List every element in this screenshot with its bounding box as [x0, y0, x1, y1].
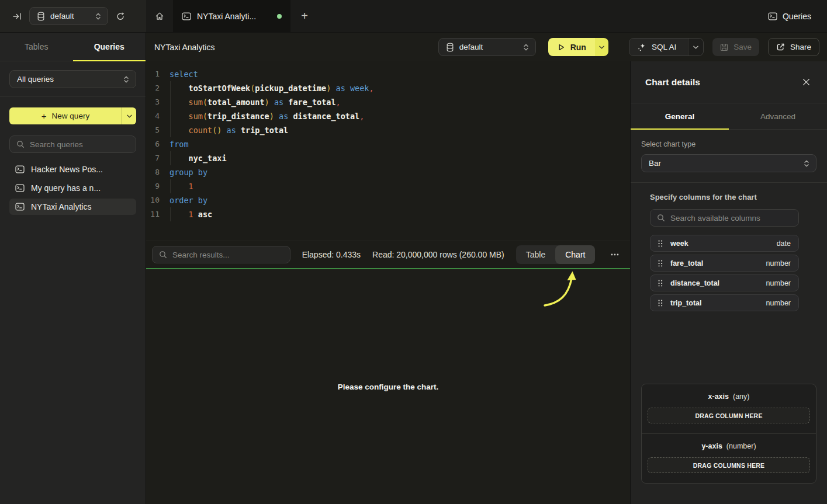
line-number: 8 [146, 165, 167, 179]
column-chip-week[interactable]: weekdate [650, 235, 799, 252]
code-line: 7 nyc_taxi [146, 151, 630, 165]
console-icon [15, 184, 25, 192]
elapsed-time: Elapsed: 0.433s [302, 250, 361, 259]
chart-details-panel: Chart details General Advanced Select ch… [630, 61, 827, 504]
x-axis-drop-zone[interactable]: DRAG COLUMN HERE [648, 408, 810, 423]
editor-split: 1select2 toStartOfWeek(pickup_datetime) … [146, 61, 827, 504]
search-icon [159, 251, 167, 259]
share-button[interactable]: Share [768, 38, 819, 56]
run-button-main[interactable]: Run [548, 38, 595, 56]
panel-tab-advanced[interactable]: Advanced [729, 103, 827, 129]
run-options-dropdown[interactable] [595, 38, 608, 56]
sql-ai-dropdown[interactable] [688, 39, 703, 55]
save-button[interactable]: Save [712, 38, 759, 56]
new-query-main[interactable]: + New query [9, 107, 122, 124]
query-tab-nytaxi-analytics[interactable]: NYTaxi Analyti... [173, 0, 290, 32]
chevron-down-icon [599, 46, 604, 49]
new-query-dropdown[interactable] [122, 107, 136, 124]
header-database-selector[interactable]: default [438, 38, 536, 56]
pin-sidebar-button[interactable] [12, 12, 22, 21]
y-axis-drop-zone[interactable]: DRAG COLUMNS HERE [648, 457, 810, 473]
code-line: 10order by [146, 193, 630, 207]
page-title: NYTaxi Analytics [154, 43, 214, 52]
code-text: order by [167, 193, 207, 207]
tab-tables[interactable]: Tables [0, 33, 73, 61]
code-text: group by [167, 165, 207, 179]
query-item-label: NYTaxi Analytics [31, 202, 91, 211]
code-text: sum(trip_distance) as distance_total, [167, 109, 364, 123]
run-button[interactable]: Run [548, 38, 608, 56]
new-query-label: New query [52, 112, 90, 120]
code-text: 1 asc [167, 207, 212, 221]
panel-tab-general[interactable]: General [631, 103, 729, 129]
search-columns-field[interactable] [650, 209, 799, 227]
column-chip-fare_total[interactable]: fare_totalnumber [650, 255, 799, 272]
workspace: Tables Queries All queries + New query [0, 33, 827, 504]
results-toolbar: Elapsed: 0.433s Read: 20,000,000 rows (2… [146, 241, 630, 268]
code-line: 1select [146, 67, 630, 81]
x-axis-hint: (any) [733, 392, 749, 401]
column-type: number [766, 299, 791, 307]
query-item-label: Hacker News Pos... [31, 165, 103, 174]
code-line: 5 count() as trip_total [146, 123, 630, 137]
code-text: count() as trip_total [167, 123, 288, 137]
column-type: number [766, 259, 791, 267]
sql-ai-button[interactable]: SQL AI [629, 38, 704, 56]
query-tab-title: NYTaxi Analyti... [197, 12, 256, 21]
sidebar-query-item[interactable]: My query has a n... [9, 180, 136, 196]
close-panel-button[interactable] [800, 76, 812, 88]
panel-divider [631, 182, 827, 183]
view-tab-chart[interactable]: Chart [555, 245, 595, 264]
database-icon [37, 12, 45, 21]
y-axis-label: y-axis [701, 442, 722, 450]
search-columns-input[interactable] [670, 214, 792, 223]
code-line: 3 sum(total_amount) as fare_total, [146, 95, 630, 109]
code-text: 1 [167, 179, 193, 193]
sidebar-search-section [0, 127, 146, 154]
drag-handle-icon[interactable] [658, 280, 663, 287]
sparkle-icon [637, 43, 646, 52]
chart-type-label: Select chart type [641, 140, 816, 148]
search-results-input[interactable] [172, 251, 283, 259]
drag-handle-icon[interactable] [658, 260, 663, 267]
code-line: 11 1 asc [146, 207, 630, 221]
updown-chevrons-icon [804, 159, 809, 168]
queries-menu-button[interactable]: Queries [768, 0, 827, 32]
results-view-switch: Table Chart [516, 245, 596, 264]
search-queries-input[interactable] [30, 140, 129, 149]
queries-menu-label: Queries [783, 12, 811, 21]
sidebar-query-item[interactable]: Hacker News Pos... [9, 161, 136, 178]
search-queries-field[interactable] [9, 135, 136, 153]
chart-type-select[interactable]: Bar [641, 154, 816, 172]
drag-handle-icon[interactable] [658, 240, 663, 247]
y-axis-section: y-axis (number) DRAG COLUMNS HERE [642, 434, 816, 483]
column-chip-trip_total[interactable]: trip_totalnumber [650, 294, 799, 311]
new-tab-button[interactable]: + [290, 0, 319, 32]
updown-chevrons-icon [523, 43, 529, 51]
sql-ai-label: SQL AI [652, 43, 676, 51]
tab-queries[interactable]: Queries [73, 33, 146, 61]
x-axis-label: x-axis [708, 392, 729, 401]
home-icon [155, 12, 164, 20]
x-axis-section: x-axis (any) DRAG COLUMN HERE [642, 384, 816, 433]
search-results-field[interactable] [152, 246, 290, 263]
sidebar-query-item[interactable]: NYTaxi Analytics [9, 199, 136, 215]
topbar-database-value: default [50, 12, 74, 20]
code-text: sum(total_amount) as fare_total, [167, 95, 341, 109]
sidebar-tabs: Tables Queries [0, 33, 146, 61]
query-filter-section: All queries [0, 61, 146, 97]
column-chip-distance_total[interactable]: distance_totalnumber [650, 274, 799, 291]
chart-result-area: Please configure the chart. [146, 269, 630, 504]
view-tab-table[interactable]: Table [516, 245, 555, 264]
query-filter-select[interactable]: All queries [9, 70, 136, 88]
sql-ai-main[interactable]: SQL AI [629, 39, 683, 55]
refresh-button[interactable] [116, 12, 125, 21]
results-options-button[interactable] [607, 253, 623, 256]
y-axis-hint: (number) [726, 442, 756, 450]
console-icon [182, 12, 191, 20]
home-tab-button[interactable] [146, 0, 173, 32]
new-query-button[interactable]: + New query [9, 107, 136, 124]
topbar-database-selector[interactable]: default [29, 7, 108, 25]
drag-handle-icon[interactable] [658, 300, 663, 307]
sql-editor[interactable]: 1select2 toStartOfWeek(pickup_datetime) … [146, 61, 630, 241]
